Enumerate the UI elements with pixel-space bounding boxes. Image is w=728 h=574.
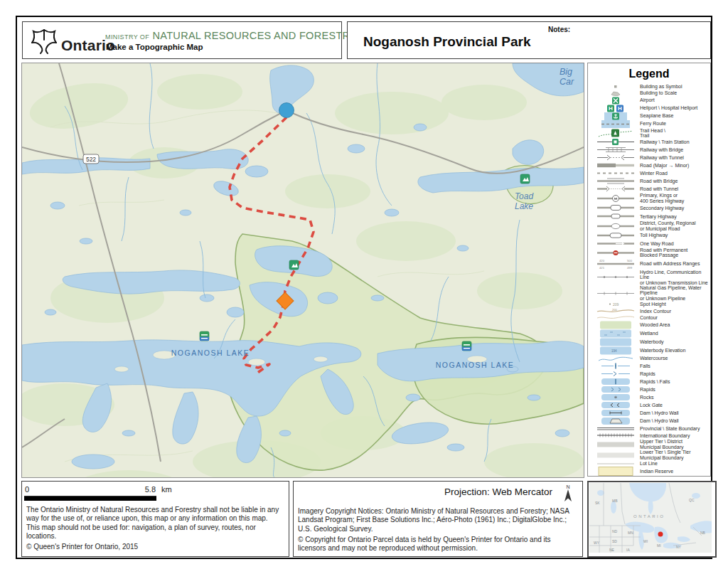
legend-item-label: Road with Tunnel — [636, 186, 678, 191]
legend-item: 420500421499Road with Address Ranges — [595, 258, 709, 270]
inset-map-canvas: SK MB QC ONTARIO ND MN SD WY NE IA WI MI… — [589, 483, 712, 553]
legend-item-label: Building to Scale — [636, 90, 677, 95]
legend-item-label: Hydro Line, Communication Line or Unknow… — [636, 270, 709, 285]
inset-label-ny: NY — [676, 545, 682, 549]
noganosh-lake-west-label: NOGANOSH LAKE — [171, 349, 250, 357]
highway-shield-label: 522 — [86, 156, 96, 163]
inset-label-sk: SK — [595, 501, 600, 505]
toll-highway-icon — [595, 231, 636, 240]
legend-item: Waterbody — [595, 338, 709, 346]
legend-item-label: Heliport \ Hospital Heliport — [636, 105, 697, 110]
legend-item-label: Rocks — [636, 395, 653, 400]
inset-label-ia: IA — [626, 548, 630, 552]
svg-text:209: 209 — [613, 302, 619, 307]
legend-item-label: Indian Reserve — [636, 469, 673, 474]
legend-item-label: Trail Head \ Trail — [636, 128, 665, 139]
legend-item: Seaplane Base — [595, 112, 709, 120]
highway-shield: 522 — [83, 154, 99, 164]
legend-item: Indian Reserve — [595, 467, 709, 476]
legend-item: Hydro Line, Communication Line or Unknow… — [595, 270, 709, 285]
railway-bridge-icon — [595, 146, 636, 154]
topographic-map: 522 Big Car Toad Lake NOGANOSH LAKE NOGA… — [22, 63, 584, 477]
road-major-minor-icon — [595, 161, 636, 169]
ministry-prefix: MINISTRY OF — [105, 33, 149, 41]
inset-label-ontario: ONTARIO — [633, 514, 665, 519]
rapids-line-icon — [595, 370, 636, 378]
inset-label-mn: MN — [628, 531, 633, 535]
legend-item-label: Airport — [636, 97, 655, 102]
north-arrow: N — [562, 484, 574, 503]
big-car-label-2: Car — [560, 77, 574, 87]
legend-item: Road with Permanent Blocked Passage — [595, 248, 709, 258]
title-panel: Noganosh Provincial Park Notes: — [347, 21, 711, 59]
legend-item: Lot Line — [595, 460, 709, 467]
legend-item-label: Falls — [636, 363, 651, 368]
svg-text:194: 194 — [611, 349, 617, 353]
winter-road-icon — [595, 169, 636, 177]
secondary-highway-icon — [595, 203, 636, 212]
legend-item: Rapids — [595, 386, 709, 393]
legend-item: 209Spot Height — [595, 301, 709, 307]
scale-end-label: 5.8 — [113, 485, 156, 494]
legend-item-label: Provincial \ State Boundary — [636, 426, 700, 431]
access-icon-west — [200, 331, 209, 341]
inset-label-mb: MB — [612, 499, 618, 503]
legend-item-label: Building as Symbol — [636, 84, 682, 89]
waterbody-elevation-icon: 194 — [595, 346, 636, 355]
address-ranges-icon: 420500421499 — [595, 258, 636, 270]
legend-panel: Legend Building as SymbolBuilding to Sca… — [587, 63, 711, 477]
legend-item: Wetland — [595, 329, 709, 338]
blocked-road-icon — [595, 249, 636, 257]
north-arrow-icon — [563, 489, 573, 502]
header: Ontario MINISTRY OF NATURAL RESOURCES AN… — [22, 21, 342, 59]
lot-line-icon — [595, 461, 636, 467]
legend-item: Watercourse — [595, 355, 709, 362]
legend-item: District, County, Regional or Municipal … — [595, 220, 709, 231]
toad-lake-label-2: Lake — [515, 201, 533, 211]
notes-label: Notes: — [548, 26, 570, 33]
seaplane-base-icon — [595, 112, 636, 120]
legend-item-label: Dam \ Hydro Wall — [636, 418, 679, 423]
legend-item: Road with Bridge — [595, 177, 709, 185]
inset-label-nd: ND — [612, 529, 618, 533]
legend-item: Airport — [595, 97, 709, 105]
svg-text:H: H — [609, 105, 613, 112]
contour-icon — [595, 314, 636, 321]
legend-item: Lock Gate — [595, 401, 709, 409]
indian-reserve-icon — [595, 467, 636, 476]
legend-item: Railway with Tunnel — [595, 154, 709, 161]
noganosh-lake-east-label: NOGANOSH LAKE — [436, 361, 515, 369]
legend-item-label: Index Contour — [636, 309, 671, 314]
falls-icon — [595, 362, 636, 370]
heliport-icon: HH — [595, 105, 636, 112]
legend-item: Secondary Highway — [595, 203, 709, 212]
legend-item: Wooded Area — [595, 321, 709, 329]
legend-item-label: Rapids — [636, 371, 655, 376]
legend-item-label: Winter Road — [636, 171, 668, 176]
legend-item-label: Contour — [636, 315, 658, 320]
legend-item-label: Lot Line — [636, 461, 658, 466]
scale-unit-label: km — [161, 485, 172, 494]
legend-item: Road with Tunnel — [595, 185, 709, 193]
disclaimer-text: The Ontario Ministry of Natural Resource… — [26, 506, 279, 541]
dam-wall-icon — [595, 417, 636, 425]
legend-item-label: Watercourse — [636, 356, 668, 361]
legend-item-label: Waterbody — [636, 339, 664, 344]
trail-head-icon — [595, 129, 636, 138]
legend-item-label: Seaplane Base — [636, 113, 673, 118]
park-icon-central — [289, 260, 299, 270]
legend-item: 194Waterbody Elevation — [595, 346, 709, 355]
legend-item: One Way Road — [595, 240, 709, 248]
svg-text:H: H — [618, 105, 622, 112]
ministry-title: MINISTRY OF NATURAL RESOURCES AND FOREST… — [105, 29, 357, 42]
toad-lake-label-1: Toad — [515, 191, 534, 201]
lock-gate-icon — [595, 401, 636, 409]
big-car-label-1: Big — [560, 67, 572, 77]
legend-item-label: Spot Height — [636, 302, 666, 307]
railway-station-icon — [595, 138, 636, 146]
inset-label-sd: SD — [612, 539, 617, 543]
lower-tier-boundary-icon — [595, 452, 636, 459]
road-tunnel-icon — [595, 185, 636, 193]
legend-item-label: Railway with Bridge — [636, 147, 683, 152]
legend-item-label: Railway \ Train Station — [636, 139, 690, 144]
